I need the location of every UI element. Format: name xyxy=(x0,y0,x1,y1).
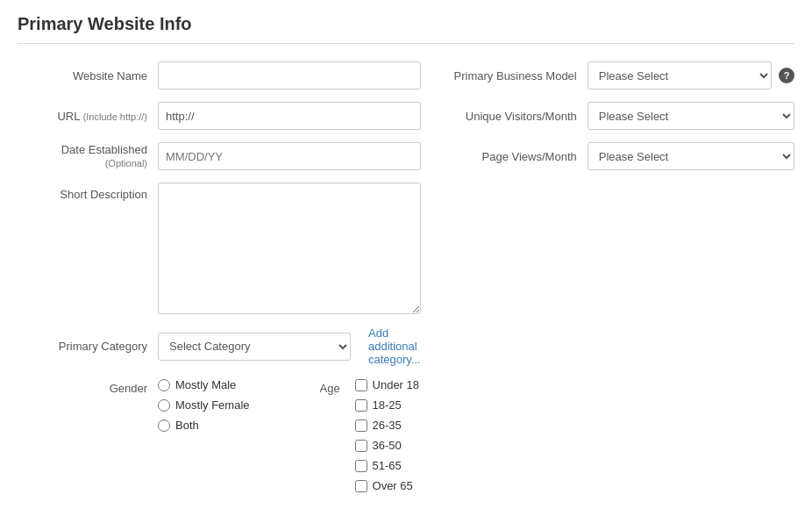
age-18-25-label: 18-25 xyxy=(373,398,402,412)
age-51-65-label: 51-65 xyxy=(373,459,402,472)
age-18-25[interactable]: 18-25 xyxy=(355,398,419,412)
gender-both-radio[interactable] xyxy=(158,419,170,432)
age-over65-label: Over 65 xyxy=(373,479,413,492)
age-26-35-label: 26-35 xyxy=(373,419,402,432)
gender-mostly-female-label: Mostly Female xyxy=(175,398,250,412)
url-label: URL (Include http://) xyxy=(18,110,158,123)
gender-label: Gender xyxy=(18,378,158,395)
age-under18-label: Under 18 xyxy=(373,378,419,391)
page-views-label: Page Views/Month xyxy=(447,150,588,163)
age-26-35[interactable]: 26-35 xyxy=(355,419,419,432)
short-description-textarea[interactable] xyxy=(158,183,421,314)
website-name-input[interactable] xyxy=(158,61,421,90)
age-18-25-checkbox[interactable] xyxy=(355,399,367,412)
age-51-65-checkbox[interactable] xyxy=(355,460,367,472)
gender-mostly-male-label: Mostly Male xyxy=(175,378,236,391)
gender-mostly-male-radio[interactable] xyxy=(158,379,170,391)
gender-both-label: Both xyxy=(175,419,199,432)
gender-mostly-female-radio[interactable] xyxy=(158,399,170,412)
unique-visitors-select[interactable]: Please Select Option 1 Option 2 xyxy=(588,102,794,130)
age-options: Under 18 18-25 26-35 36-50 xyxy=(355,378,419,492)
website-name-label: Website Name xyxy=(18,69,158,82)
business-model-label: Primary Business Model xyxy=(447,69,588,82)
age-over65-checkbox[interactable] xyxy=(355,480,367,492)
business-model-select[interactable]: Please Select Option 1 Option 2 xyxy=(588,61,772,90)
primary-category-select[interactable]: Select Category xyxy=(158,333,351,361)
gender-options: Mostly Male Mostly Female Both xyxy=(158,378,250,432)
add-category-link[interactable]: Add additional category... xyxy=(368,326,421,366)
gender-mostly-female[interactable]: Mostly Female xyxy=(158,398,250,412)
age-under18-checkbox[interactable] xyxy=(355,379,367,391)
age-36-50[interactable]: 36-50 xyxy=(355,439,419,452)
age-26-35-checkbox[interactable] xyxy=(355,419,367,432)
age-over65[interactable]: Over 65 xyxy=(355,479,419,492)
date-established-input[interactable] xyxy=(158,142,421,170)
short-description-label: Short Description xyxy=(18,183,158,201)
page-views-select[interactable]: Please Select Option 1 Option 2 xyxy=(588,142,794,170)
gender-both[interactable]: Both xyxy=(158,419,250,432)
date-established-label: Date Established (Optional) xyxy=(18,143,158,169)
primary-category-label: Primary Category xyxy=(18,340,158,353)
gender-mostly-male[interactable]: Mostly Male xyxy=(158,378,250,391)
unique-visitors-label: Unique Visitors/Month xyxy=(447,110,588,123)
age-36-50-label: 36-50 xyxy=(373,439,402,452)
age-51-65[interactable]: 51-65 xyxy=(355,459,419,472)
age-36-50-checkbox[interactable] xyxy=(355,440,367,452)
page-title: Primary Website Info xyxy=(18,14,794,44)
url-input[interactable] xyxy=(158,102,421,130)
age-label: Age xyxy=(320,378,355,395)
business-model-help-icon[interactable]: ? xyxy=(779,68,794,83)
age-under18[interactable]: Under 18 xyxy=(355,378,419,391)
